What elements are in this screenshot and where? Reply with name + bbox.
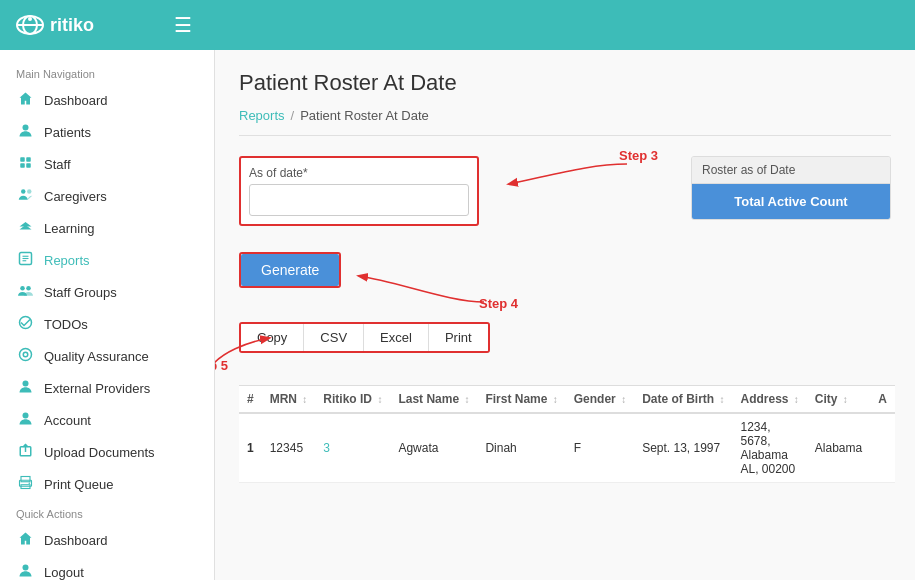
- col-num: #: [239, 386, 262, 414]
- sidebar-item-external-providers[interactable]: External Providers: [0, 372, 214, 404]
- sidebar-item-print-queue[interactable]: Print Queue: [0, 468, 214, 500]
- csv-button[interactable]: CSV: [304, 324, 364, 351]
- home-icon: [16, 91, 34, 109]
- svg-point-19: [23, 352, 28, 357]
- sidebar-item-dashboard[interactable]: Dashboard: [0, 84, 214, 116]
- staff-icon: [16, 155, 34, 173]
- quick-actions-title: Quick Actions: [0, 500, 214, 524]
- external-providers-icon: [16, 379, 34, 397]
- sidebar-item-account[interactable]: Account: [0, 404, 214, 436]
- todos-icon: [16, 315, 34, 333]
- col-city: City ↕: [807, 386, 870, 414]
- sidebar-label-qa: Quality Assurance: [44, 349, 149, 364]
- sidebar: Main Navigation Dashboard Patients Staff…: [0, 50, 215, 580]
- cell-dob: Sept. 13, 1997: [634, 413, 732, 483]
- sidebar-item-logout[interactable]: Logout: [0, 556, 214, 580]
- sidebar-label-dashboard: Dashboard: [44, 93, 108, 108]
- sidebar-item-caregivers[interactable]: Caregivers: [0, 180, 214, 212]
- svg-point-27: [28, 483, 30, 485]
- svg-rect-7: [20, 163, 25, 168]
- roster-panel: Roster as of Date Total Active Count: [691, 156, 891, 220]
- generate-button[interactable]: Generate: [241, 254, 339, 286]
- sidebar-item-todos[interactable]: TODOs: [0, 308, 214, 340]
- svg-point-9: [21, 189, 26, 194]
- col-gender: Gender ↕: [566, 386, 634, 414]
- svg-rect-8: [26, 163, 31, 168]
- reports-icon: [16, 251, 34, 269]
- svg-rect-5: [20, 157, 25, 162]
- step4-label: Step 4: [479, 296, 518, 311]
- as-of-date-input[interactable]: [249, 184, 469, 216]
- step5-label: Step 5: [215, 358, 228, 373]
- sidebar-item-qa[interactable]: Quality Assurance: [0, 340, 214, 372]
- cell-city: Alabama: [807, 413, 870, 483]
- col-dob: Date of Birth ↕: [634, 386, 732, 414]
- cell-num: 1: [239, 413, 262, 483]
- cell-mrn: 12345: [262, 413, 316, 483]
- col-a: A: [870, 386, 895, 414]
- sidebar-item-patients[interactable]: Patients: [0, 116, 214, 148]
- excel-button[interactable]: Excel: [364, 324, 429, 351]
- qa-icon: [16, 347, 34, 365]
- sidebar-item-quick-dashboard[interactable]: Dashboard: [0, 524, 214, 556]
- svg-point-4: [22, 125, 28, 131]
- breadcrumb: Reports / Patient Roster At Date: [239, 108, 891, 136]
- learning-icon: [16, 219, 34, 237]
- col-first-name: First Name ↕: [477, 386, 565, 414]
- cell-first-name: Dinah: [477, 413, 565, 483]
- svg-point-21: [22, 413, 28, 419]
- caregivers-icon: [16, 187, 34, 205]
- step4-arrow: [319, 262, 489, 312]
- staff-groups-icon: [16, 283, 34, 301]
- sidebar-label-caregivers: Caregivers: [44, 189, 107, 204]
- account-icon: [16, 411, 34, 429]
- logo-text: ritiko: [50, 15, 94, 36]
- svg-point-15: [20, 286, 25, 291]
- svg-point-18: [19, 349, 31, 361]
- roster-panel-header: Roster as of Date: [692, 157, 890, 184]
- logo: ritiko: [16, 14, 94, 36]
- sidebar-item-staff-groups[interactable]: Staff Groups: [0, 276, 214, 308]
- sidebar-item-upload-documents[interactable]: Upload Documents: [0, 436, 214, 468]
- svg-point-20: [22, 381, 28, 387]
- col-address: Address ↕: [732, 386, 806, 414]
- cell-ritiko-id[interactable]: 3: [315, 413, 390, 483]
- main-nav-title: Main Navigation: [0, 60, 214, 84]
- date-box: As of date*: [239, 156, 479, 226]
- sidebar-label-upload-documents: Upload Documents: [44, 445, 155, 460]
- table-row: 1 12345 3 Agwata Dinah F Sept. 13, 1997 …: [239, 413, 895, 483]
- data-table: # MRN ↕ Ritiko ID ↕ Last Name ↕ First Na…: [239, 385, 895, 483]
- step3-label: Step 3: [619, 148, 658, 163]
- sidebar-label-staff-groups: Staff Groups: [44, 285, 117, 300]
- sidebar-label-todos: TODOs: [44, 317, 88, 332]
- sidebar-item-staff[interactable]: Staff: [0, 148, 214, 180]
- cell-gender: F: [566, 413, 634, 483]
- svg-rect-6: [26, 157, 31, 162]
- cell-address: 1234, 5678, Alabama AL, 00200: [732, 413, 806, 483]
- col-ritiko-id: Ritiko ID ↕: [315, 386, 390, 414]
- sidebar-label-learning: Learning: [44, 221, 95, 236]
- svg-rect-25: [21, 477, 30, 482]
- hamburger-button[interactable]: ☰: [174, 13, 192, 37]
- page-title: Patient Roster At Date: [239, 70, 891, 96]
- cell-last-name: Agwata: [390, 413, 477, 483]
- svg-point-3: [28, 17, 32, 21]
- sidebar-label-patients: Patients: [44, 125, 91, 140]
- generate-button-wrapper: Generate: [239, 252, 341, 288]
- sidebar-item-reports[interactable]: Reports: [0, 244, 214, 276]
- svg-point-10: [27, 189, 32, 194]
- col-mrn: MRN ↕: [262, 386, 316, 414]
- cell-a: [870, 413, 895, 483]
- print-button[interactable]: Print: [429, 324, 488, 351]
- patients-icon: [16, 123, 34, 141]
- copy-button[interactable]: Copy: [241, 324, 304, 351]
- col-last-name: Last Name ↕: [390, 386, 477, 414]
- breadcrumb-reports-link[interactable]: Reports: [239, 108, 285, 123]
- upload-icon: [16, 443, 34, 461]
- total-active-count: Total Active Count: [692, 184, 890, 219]
- main-content: Patient Roster At Date Reports / Patient…: [215, 50, 915, 580]
- sidebar-item-learning[interactable]: Learning: [0, 212, 214, 244]
- sidebar-label-print-queue: Print Queue: [44, 477, 113, 492]
- svg-point-16: [26, 286, 31, 291]
- sidebar-label-logout: Logout: [44, 565, 84, 580]
